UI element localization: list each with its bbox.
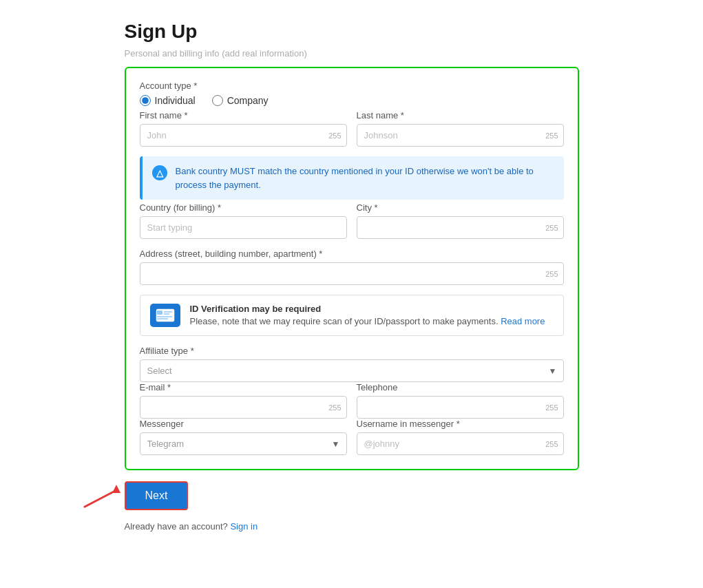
city-wrap: 255 — [357, 216, 564, 239]
next-button[interactable]: Next — [125, 481, 189, 510]
svg-marker-7 — [112, 485, 120, 493]
last-name-label: Last name * — [357, 110, 564, 120]
country-wrap — [140, 216, 347, 239]
next-section: Next — [125, 481, 579, 510]
address-label: Address (street, building number, apartm… — [140, 249, 564, 259]
first-name-col: First name * 255 — [140, 110, 347, 147]
radio-individual-input[interactable] — [140, 95, 151, 106]
messenger-row: Messenger Telegram WhatsApp Skype Viber … — [140, 419, 564, 455]
signup-form-card: Account type * Individual Company First … — [125, 67, 579, 470]
last-name-input[interactable] — [357, 124, 564, 147]
read-more-link[interactable]: Read more — [501, 316, 545, 326]
sign-in-link[interactable]: Sign in — [230, 521, 258, 532]
alert-warning-icon: △ — [152, 165, 167, 180]
radio-company-label: Company — [227, 95, 269, 106]
first-name-wrap: 255 — [140, 124, 347, 147]
country-input[interactable] — [140, 216, 347, 239]
affiliate-type-select-wrap: Select ▼ — [140, 359, 564, 382]
city-col: City * 255 — [357, 202, 564, 239]
first-name-input[interactable] — [140, 124, 347, 147]
email-wrap: 255 — [140, 396, 347, 419]
radio-individual[interactable]: Individual — [140, 95, 196, 106]
username-messenger-label: Username in messenger * — [357, 419, 564, 429]
id-verify-text: ID Verification may be required Please, … — [190, 304, 545, 326]
radio-individual-label: Individual — [155, 95, 196, 106]
id-verify-title: ID Verification may be required — [190, 304, 545, 314]
email-input[interactable] — [140, 396, 347, 419]
messenger-select[interactable]: Telegram WhatsApp Skype Viber — [140, 432, 347, 455]
email-phone-row: E-mail * 255 Telephone 255 — [140, 382, 564, 419]
email-col: E-mail * 255 — [140, 382, 347, 419]
account-type-label: Account type * — [140, 81, 564, 91]
email-label: E-mail * — [140, 382, 347, 392]
id-verify-box: ID Verification may be required Please, … — [140, 295, 564, 336]
username-messenger-wrap: 255 — [357, 432, 564, 455]
telephone-col: Telephone 255 — [357, 382, 564, 419]
page-title: Sign Up — [125, 21, 579, 43]
name-row: First name * 255 Last name * 255 — [140, 110, 564, 147]
affiliate-type-select[interactable]: Select — [140, 359, 564, 382]
svg-rect-1 — [157, 311, 162, 315]
red-arrow-icon — [83, 483, 121, 508]
city-label: City * — [357, 202, 564, 213]
messenger-col: Messenger Telegram WhatsApp Skype Viber … — [140, 419, 347, 455]
already-account-text: Already have an account? — [125, 521, 228, 532]
address-input[interactable] — [140, 262, 564, 285]
id-card-icon — [150, 304, 180, 327]
page-subtitle: Personal and billing info (add real info… — [125, 48, 579, 59]
country-city-row: Country (for billing) * City * 255 — [140, 202, 564, 239]
last-name-col: Last name * 255 — [357, 110, 564, 147]
address-wrap: 255 — [140, 262, 564, 285]
username-messenger-col: Username in messenger * 255 — [357, 419, 564, 455]
country-col: Country (for billing) * — [140, 202, 347, 239]
last-name-wrap: 255 — [357, 124, 564, 147]
already-account-section: Already have an account? Sign in — [125, 521, 579, 532]
radio-company-input[interactable] — [212, 95, 223, 106]
alert-message: Bank country MUST match the country ment… — [176, 165, 554, 191]
radio-company[interactable]: Company — [212, 95, 269, 106]
country-label: Country (for billing) * — [140, 202, 347, 213]
messenger-label: Messenger — [140, 419, 347, 429]
svg-line-6 — [85, 490, 116, 507]
first-name-label: First name * — [140, 110, 347, 120]
telephone-label: Telephone — [357, 382, 564, 392]
telephone-wrap: 255 — [357, 396, 564, 419]
telephone-input[interactable] — [357, 396, 564, 419]
city-input[interactable] — [357, 216, 564, 239]
affiliate-type-label: Affiliate type * — [140, 346, 564, 356]
account-type-radio-group: Individual Company — [140, 95, 564, 106]
bank-country-alert: △ Bank country MUST match the country me… — [140, 156, 564, 200]
messenger-select-wrap: Telegram WhatsApp Skype Viber ▼ — [140, 432, 347, 455]
username-messenger-input[interactable] — [357, 432, 564, 455]
id-verify-description: Please, note that we may require scan of… — [190, 316, 499, 326]
arrow-container: Next — [125, 481, 189, 510]
